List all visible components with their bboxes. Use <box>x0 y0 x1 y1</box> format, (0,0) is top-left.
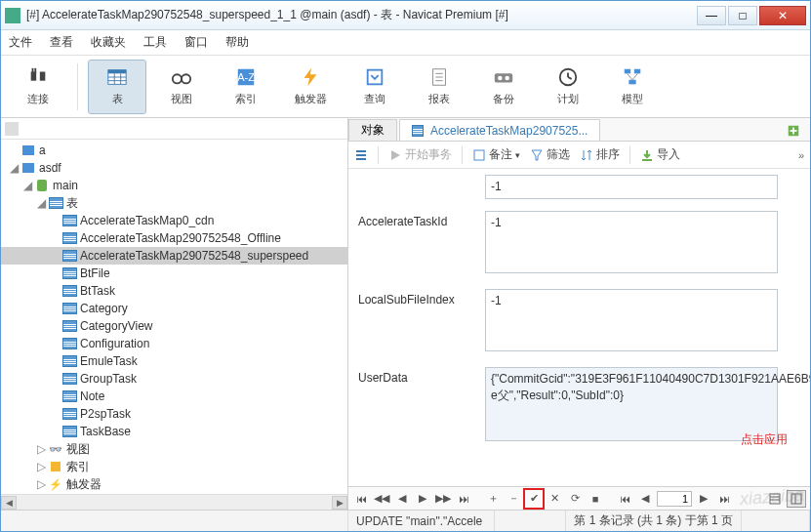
svg-rect-27 <box>634 69 640 74</box>
tree-triggers-folder[interactable]: ▷触发器 <box>1 475 347 493</box>
nav-delete[interactable]: － <box>505 490 522 508</box>
tree-table-item[interactable]: GroupTask <box>1 370 347 388</box>
nav-first[interactable]: ⏮ <box>352 490 370 508</box>
ribbon-schedule-label: 计划 <box>557 92 579 106</box>
annotation-apply-highlight <box>523 488 545 510</box>
tab-table[interactable]: AccelerateTaskMap2907525... <box>399 119 600 141</box>
nav-page-first[interactable]: ⏮ <box>616 490 633 508</box>
tree-table-item[interactable]: CategoryView <box>1 317 347 335</box>
svg-rect-40 <box>770 494 780 504</box>
nav-add[interactable]: ＋ <box>484 490 502 508</box>
filter-button[interactable]: 筛选 <box>530 146 570 163</box>
tree-hscrollbar[interactable]: ◀ ▶ <box>1 494 347 510</box>
begin-transaction-button[interactable]: 开始事务 <box>388 146 452 163</box>
tree-indexes-folder[interactable]: ▷索引 <box>1 458 347 475</box>
ribbon-trigger-label: 触发器 <box>295 92 327 106</box>
nav-prev[interactable]: ◀ <box>393 490 411 508</box>
tree-table-item[interactable]: Category <box>1 300 347 317</box>
svg-rect-15 <box>368 70 383 85</box>
remark-button[interactable]: 备注▾ <box>472 146 520 163</box>
menu-view[interactable]: 查看 <box>50 34 73 51</box>
connection-tree[interactable]: a ◢asdf ◢main ◢表 AccelerateTaskMap0_cdnA… <box>1 140 347 494</box>
sort-button[interactable]: 排序 <box>580 146 620 163</box>
nav-prev-page[interactable]: ◀◀ <box>373 490 390 508</box>
tree-tables-folder[interactable]: ◢表 <box>1 194 347 212</box>
ribbon-query[interactable]: 查询 <box>345 60 404 114</box>
maximize-button[interactable]: □ <box>728 6 757 25</box>
nav-stop[interactable]: ■ <box>587 490 604 508</box>
field-upper[interactable]: -1 <box>485 175 778 199</box>
ribbon-table[interactable]: 表 <box>88 60 146 114</box>
ribbon-connect[interactable]: 连接 <box>9 60 67 114</box>
menu-help[interactable]: 帮助 <box>225 34 249 51</box>
nav-page-next[interactable]: ▶ <box>695 490 712 508</box>
nav-refresh[interactable]: ⟳ <box>566 490 584 508</box>
svg-rect-37 <box>474 150 484 160</box>
toolbar-overflow[interactable]: » <box>798 149 804 161</box>
field-acceleratetaskid[interactable]: -1 <box>485 211 778 273</box>
svg-point-11 <box>182 74 190 83</box>
nav-cancel[interactable]: ✕ <box>546 490 563 508</box>
nav-page-input[interactable] <box>657 491 692 507</box>
scroll-left-arrow[interactable]: ◀ <box>1 496 17 510</box>
ribbon-index-label: 索引 <box>235 92 257 106</box>
tree-table-item[interactable]: AccelerateTaskMap290752548_superspeed <box>1 247 347 265</box>
label-acceleratetaskid: AccelerateTaskId <box>358 211 485 277</box>
ribbon-view[interactable]: 视图 <box>152 60 211 114</box>
tree-db-main[interactable]: ◢main <box>1 177 347 194</box>
toggle-view-button[interactable] <box>354 148 368 162</box>
field-userdata[interactable]: {"CommitGcid":"319E3F961F11040490C7D1301… <box>485 367 778 441</box>
tree-table-item[interactable]: AccelerateTaskMap290752548_Offline <box>1 229 347 247</box>
svg-rect-2 <box>32 68 34 73</box>
tree-table-item[interactable]: Note <box>1 388 347 405</box>
status-sql: UPDATE "main"."Accele <box>348 511 495 531</box>
ribbon: 连接 表 视图 A-Z 索引 触发器 查询 报表 备份 计划 模型 <box>1 56 810 118</box>
svg-line-29 <box>628 73 633 79</box>
tree-table-item[interactable]: BtTask <box>1 282 347 300</box>
menu-window[interactable]: 窗口 <box>184 34 208 51</box>
ribbon-report[interactable]: 报表 <box>410 60 468 114</box>
funnel-icon <box>530 148 544 162</box>
tab-object[interactable]: 对象 <box>348 119 397 141</box>
ribbon-connect-label: 连接 <box>27 92 49 106</box>
menu-tools[interactable]: 工具 <box>143 34 167 51</box>
ribbon-backup[interactable]: 备份 <box>474 60 533 114</box>
ribbon-model[interactable]: 模型 <box>603 60 662 114</box>
nav-page-prev[interactable]: ◀ <box>636 490 654 508</box>
field-localsubfileindex[interactable]: -1 <box>485 289 778 351</box>
nav-apply[interactable]: ✔ <box>525 490 543 508</box>
tree-views-folder[interactable]: ▷视图 <box>1 440 347 458</box>
svg-point-10 <box>173 74 182 83</box>
tree-table-item[interactable]: AccelerateTaskMap0_cdn <box>1 212 347 229</box>
nav-page-last[interactable]: ⏭ <box>715 490 733 508</box>
menubar: 文件 查看 收藏夹 工具 窗口 帮助 <box>1 30 810 56</box>
tree-connection-asdf[interactable]: ◢asdf <box>1 159 347 177</box>
svg-rect-0 <box>31 72 37 81</box>
tree-table-item[interactable]: Configuration <box>1 335 347 352</box>
tree-table-item[interactable]: EmuleTask <box>1 352 347 370</box>
view-form-button[interactable] <box>787 490 806 508</box>
ribbon-trigger[interactable]: 触发器 <box>281 60 340 114</box>
import-button[interactable]: 导入 <box>640 146 680 163</box>
ribbon-index[interactable]: A-Z 索引 <box>217 60 275 114</box>
tree-table-item[interactable]: P2spTask <box>1 405 347 423</box>
close-button[interactable]: ✕ <box>759 6 806 25</box>
model-icon <box>620 66 645 88</box>
tree-table-item[interactable]: BtFile <box>1 265 347 282</box>
nav-next[interactable]: ▶ <box>414 490 431 508</box>
tree-toolbar-icon[interactable] <box>5 122 19 136</box>
nav-last[interactable]: ⏭ <box>455 490 472 508</box>
minimize-button[interactable]: ― <box>697 6 726 25</box>
play-icon <box>388 148 402 162</box>
tree-table-item[interactable]: TaskBase <box>1 423 347 440</box>
view-grid-button[interactable] <box>765 490 785 508</box>
new-tab-button[interactable] <box>783 121 804 141</box>
hamburger-icon <box>354 148 368 162</box>
az-icon: A-Z <box>233 66 259 88</box>
menu-favorites[interactable]: 收藏夹 <box>91 34 126 51</box>
scroll-right-arrow[interactable]: ▶ <box>332 496 347 510</box>
menu-file[interactable]: 文件 <box>9 34 32 51</box>
tree-connection-a[interactable]: a <box>1 142 347 159</box>
ribbon-schedule[interactable]: 计划 <box>539 60 597 114</box>
nav-next-page[interactable]: ▶▶ <box>434 490 452 508</box>
